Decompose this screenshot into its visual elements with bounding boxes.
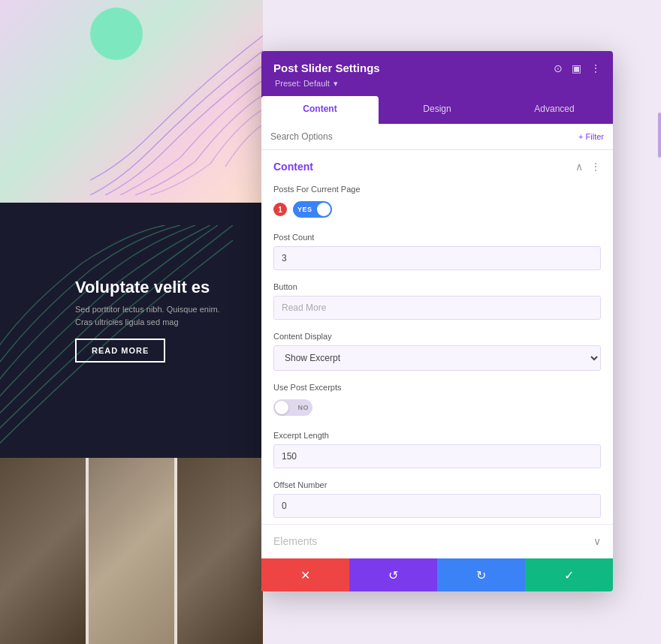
excerpt-length-label: Excerpt Length xyxy=(273,431,601,440)
post-count-input[interactable] xyxy=(273,246,601,270)
offset-number-field: Offset Number xyxy=(261,474,613,524)
content-display-label: Content Display xyxy=(273,332,601,341)
elements-section-header: Elements ∨ xyxy=(273,535,601,547)
search-input[interactable] xyxy=(270,131,578,142)
content-display-select[interactable]: Show Excerpt Show Content Show Thumbnail xyxy=(273,345,601,371)
posts-current-page-toggle[interactable]: YES xyxy=(293,201,332,218)
panel-tabs: Content Design Advanced xyxy=(261,96,613,124)
image-thumb-2 xyxy=(89,458,174,644)
tab-content[interactable]: Content xyxy=(261,96,379,124)
hero-content: Voluptate velit es Sed porttitor lectus … xyxy=(75,278,225,363)
toggle-knob xyxy=(317,203,330,216)
layout-icon[interactable]: ▣ xyxy=(572,62,581,74)
use-post-excerpts-label: Use Post Excerpts xyxy=(273,383,601,392)
offset-number-label: Offset Number xyxy=(273,480,601,489)
excerpt-length-field: Excerpt Length xyxy=(261,425,613,474)
toggle-row: 1 YES xyxy=(273,198,601,221)
section-collapse-icon[interactable]: ∧ xyxy=(575,161,583,173)
preset-label: Preset: Default xyxy=(275,79,330,88)
posts-for-current-page-field: Posts For Current Page 1 YES xyxy=(261,179,613,227)
search-bar: + Filter xyxy=(261,124,613,150)
section-controls: ∧ ⋮ xyxy=(575,161,601,173)
content-display-field: Content Display Show Excerpt Show Conten… xyxy=(261,326,613,377)
scrollbar-thumb[interactable] xyxy=(658,113,661,158)
excerpts-toggle-row: NO xyxy=(273,396,601,419)
section-more-icon[interactable]: ⋮ xyxy=(590,161,601,173)
button-label: Button xyxy=(273,282,601,291)
cancel-button[interactable]: ✕ xyxy=(261,558,349,591)
redo-button[interactable]: ↻ xyxy=(437,558,525,591)
panel-body: Content ∧ ⋮ Posts For Current Page 1 YES… xyxy=(261,150,613,558)
use-post-excerpts-field: Use Post Excerpts NO xyxy=(261,377,613,425)
hero-title: Voluptate velit es xyxy=(75,278,225,297)
target-icon[interactable]: ⊙ xyxy=(554,62,563,74)
filter-button[interactable]: + Filter xyxy=(578,132,604,141)
toggle-yes-label: YES xyxy=(297,206,312,213)
elements-section: Elements ∨ xyxy=(261,524,613,558)
panel-header-icons: ⊙ ▣ ⋮ xyxy=(554,62,601,74)
bg-top-gradient xyxy=(0,0,263,203)
tab-design[interactable]: Design xyxy=(379,96,496,124)
toggle-no-label: NO xyxy=(298,404,309,411)
hero-read-more-button[interactable]: READ MORE xyxy=(75,339,165,363)
button-field: Button xyxy=(261,276,613,326)
undo-button[interactable]: ↺ xyxy=(349,558,437,591)
panel-header: Post Slider Settings ⊙ ▣ ⋮ Preset: Defau… xyxy=(261,51,613,96)
content-section-header: Content ∧ ⋮ xyxy=(261,150,613,179)
save-icon: ✓ xyxy=(564,568,574,582)
action-bar: ✕ ↺ ↻ ✓ xyxy=(261,558,613,591)
hero-subtitle: Sed porttitor lectus nibh. Quisque enim.… xyxy=(75,303,225,328)
post-count-field: Post Count xyxy=(261,227,613,276)
undo-icon: ↺ xyxy=(388,568,398,582)
post-count-label: Post Count xyxy=(273,233,601,242)
image-thumb-1 xyxy=(0,458,86,644)
elements-title: Elements xyxy=(273,535,317,547)
panel-header-top: Post Slider Settings ⊙ ▣ ⋮ xyxy=(273,62,601,74)
excerpt-length-input[interactable] xyxy=(273,444,601,468)
button-input[interactable] xyxy=(273,296,601,320)
settings-panel: Post Slider Settings ⊙ ▣ ⋮ Preset: Defau… xyxy=(261,51,613,591)
elements-collapse-icon[interactable]: ∨ xyxy=(593,535,601,547)
toggle-off-knob xyxy=(275,401,288,414)
toggle-badge: 1 xyxy=(273,203,287,216)
image-thumb-3 xyxy=(177,458,263,644)
bottom-image-strip xyxy=(0,458,263,644)
panel-title: Post Slider Settings xyxy=(273,62,380,74)
redo-icon: ↻ xyxy=(476,568,486,582)
preset-arrow: ▾ xyxy=(334,79,338,88)
more-options-icon[interactable]: ⋮ xyxy=(590,62,601,74)
cancel-icon: ✕ xyxy=(300,568,310,582)
use-post-excerpts-toggle[interactable]: NO xyxy=(273,399,312,416)
save-button[interactable]: ✓ xyxy=(525,558,613,591)
preset-selector[interactable]: Preset: Default ▾ xyxy=(273,79,601,89)
tab-advanced[interactable]: Advanced xyxy=(496,96,613,124)
posts-current-page-label: Posts For Current Page xyxy=(273,185,601,194)
decorative-lines xyxy=(90,30,263,195)
content-section-title: Content xyxy=(273,161,313,173)
offset-number-input[interactable] xyxy=(273,494,601,518)
